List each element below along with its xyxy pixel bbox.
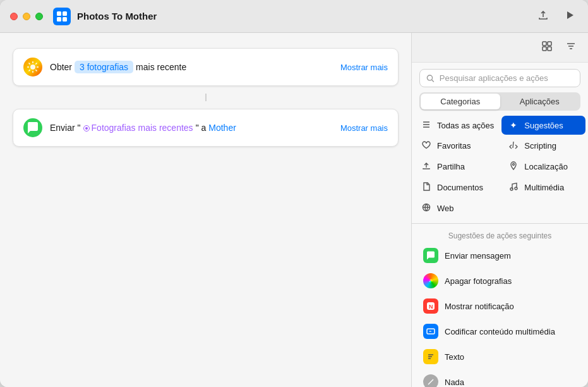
category-suggestions[interactable]: ✦ Sugestões — [501, 116, 585, 135]
category-share-label: Partilha — [437, 162, 465, 171]
traffic-lights — [10, 13, 43, 20]
minimize-button[interactable] — [23, 13, 30, 20]
text-suggestion-icon — [423, 349, 438, 364]
svg-point-16 — [85, 127, 88, 130]
svg-rect-3 — [63, 17, 67, 22]
scripting-icon — [508, 140, 519, 151]
category-share[interactable]: Partilha — [414, 157, 500, 176]
enviar-badge: Fotografias mais recentes — [83, 123, 193, 133]
window-title: Photos To Mother — [77, 11, 535, 22]
suggestion-codificar-label: Codificar conteúdo multimédia — [445, 327, 555, 336]
category-all-actions-label: Todas as ações — [437, 121, 494, 130]
enviar-label-prefix: Enviar " — [50, 123, 81, 133]
svg-line-14 — [29, 70, 30, 71]
divider — [412, 223, 588, 224]
connector — [13, 94, 399, 101]
category-location[interactable]: Localização — [501, 157, 585, 176]
svg-point-6 — [30, 64, 35, 70]
category-all-actions[interactable]: Todas as ações — [414, 116, 500, 135]
enviar-recipient[interactable]: Mother — [208, 123, 236, 133]
enviar-action-card[interactable]: Enviar " Fotografias mais recentes " a M… — [13, 109, 399, 147]
list-icon — [421, 120, 432, 130]
workflow-panel: Obter 3 fotografias mais recente Mostrar… — [0, 33, 411, 387]
document-icon — [421, 182, 432, 193]
enviar-label-mid: " a — [196, 123, 207, 133]
svg-rect-17 — [543, 42, 546, 46]
category-documents-label: Documentos — [437, 183, 483, 192]
svg-text:N: N — [429, 304, 433, 310]
suggestion-mostrar-notificacao[interactable]: N Mostrar notificação — [417, 293, 583, 319]
photos-icon — [23, 58, 42, 77]
svg-rect-18 — [548, 42, 551, 46]
search-input[interactable] — [440, 73, 573, 83]
svg-line-13 — [35, 63, 37, 64]
category-location-label: Localização — [524, 162, 568, 171]
categories-grid: Todas as ações ✦ Sugestões Favoritas — [412, 116, 588, 221]
share-icon — [421, 161, 432, 172]
obter-action-card[interactable]: Obter 3 fotografias mais recente Mostrar… — [13, 48, 399, 86]
photos-suggestion-icon — [423, 273, 438, 288]
suggestion-codificar[interactable]: Codificar conteúdo multimédia — [417, 319, 583, 344]
suggestion-nada[interactable]: Nada — [417, 369, 583, 387]
run-button[interactable] — [561, 7, 578, 26]
maximize-button[interactable] — [35, 13, 43, 20]
suggestion-notificacao-label: Mostrar notificação — [445, 302, 514, 311]
tab-categories[interactable]: Categorias — [421, 94, 500, 109]
search-icon — [426, 74, 435, 83]
svg-rect-19 — [543, 47, 546, 51]
messages-icon — [23, 118, 42, 137]
right-panel-header — [412, 33, 588, 63]
suggestion-nada-label: Nada — [445, 378, 464, 387]
obter-action-content: Obter 3 fotografias mais recente — [50, 61, 333, 73]
svg-rect-2 — [57, 17, 61, 22]
app-icon — [53, 8, 71, 25]
filter-button[interactable] — [561, 38, 580, 57]
obter-label-suffix: mais recente — [136, 62, 186, 72]
obter-show-more[interactable]: Mostrar mais — [340, 63, 388, 72]
suggestion-enviar-mensagem[interactable]: Enviar mensagem — [417, 243, 583, 268]
category-favorites[interactable]: Favoritas — [414, 136, 500, 156]
category-web-label: Web — [437, 204, 454, 213]
action-library-panel: Categorias Aplicações Todas as ações — [411, 33, 588, 387]
sparkle-icon: ✦ — [508, 120, 519, 130]
category-multimedia[interactable]: Multimédia — [501, 178, 585, 197]
svg-point-29 — [513, 164, 515, 166]
svg-line-11 — [29, 63, 30, 64]
main-content: Obter 3 fotografias mais recente Mostrar… — [0, 33, 588, 387]
suggestion-apagar-fotografias[interactable]: Apagar fotografias — [417, 268, 583, 293]
library-view-button[interactable] — [537, 38, 556, 57]
suggestion-texto[interactable]: Texto — [417, 344, 583, 369]
svg-point-34 — [429, 280, 433, 283]
svg-rect-0 — [57, 11, 61, 16]
svg-line-12 — [35, 70, 37, 71]
category-scripting[interactable]: Scripting — [501, 136, 585, 156]
obter-label-prefix: Obter — [50, 62, 72, 72]
category-favorites-label: Favoritas — [437, 141, 471, 150]
svg-line-41 — [428, 379, 433, 384]
svg-line-25 — [432, 80, 434, 82]
enviar-show-more[interactable]: Mostrar mais — [340, 123, 388, 133]
svg-marker-4 — [567, 11, 573, 19]
search-bar[interactable] — [419, 69, 580, 87]
category-scripting-label: Scripting — [524, 141, 556, 150]
obter-badge[interactable]: 3 fotografias — [75, 61, 133, 73]
enviar-action-content: Enviar " Fotografias mais recentes " a M… — [50, 123, 333, 133]
category-web[interactable]: Web — [414, 199, 500, 218]
encode-suggestion-icon — [423, 324, 438, 339]
category-multimedia-label: Multimédia — [524, 183, 564, 192]
titlebar: Photos To Mother — [0, 0, 588, 33]
svg-point-30 — [510, 188, 513, 190]
suggestion-apagar-label: Apagar fotografias — [445, 276, 512, 286]
share-button[interactable] — [535, 7, 551, 26]
titlebar-actions — [535, 7, 578, 26]
nada-suggestion-icon — [423, 374, 438, 387]
tab-row: Categorias Aplicações — [419, 92, 580, 111]
tab-applications[interactable]: Aplicações — [500, 94, 580, 109]
svg-point-31 — [515, 187, 517, 190]
category-suggestions-label: Sugestões — [524, 121, 563, 130]
svg-rect-20 — [548, 47, 551, 51]
category-documents[interactable]: Documentos — [414, 178, 500, 197]
suggestion-list: Enviar mensagem Apagar fotografias — [412, 243, 588, 387]
messages-suggestion-icon — [423, 248, 438, 263]
close-button[interactable] — [10, 13, 18, 20]
